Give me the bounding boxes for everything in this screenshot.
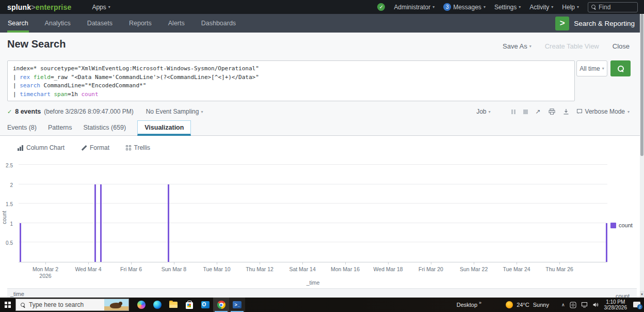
x-tick-mark — [517, 262, 517, 264]
activity-label: Activity — [529, 4, 549, 11]
caret-down-icon: ▾ — [519, 5, 521, 9]
chart-bar[interactable] — [100, 184, 102, 262]
x-tick-mark — [88, 262, 89, 264]
taskbar-store-button[interactable] — [181, 298, 197, 312]
trellis-button[interactable]: Trellis — [126, 144, 150, 151]
caret-down-icon: ▾ — [432, 5, 434, 9]
nav-item-dashboards[interactable]: Dashboards — [201, 14, 236, 33]
job-menu[interactable]: Job▾ — [476, 108, 490, 115]
result-detail: (before 3/28/26 8:09:47.000 PM) — [44, 108, 133, 115]
activity-menu[interactable]: Activity▾ — [529, 4, 553, 11]
search-query-input[interactable]: index=* sourcetype="XmlWinEventLog:Micro… — [7, 60, 575, 101]
splunk-logo[interactable]: splunk>enterprise — [7, 3, 71, 11]
nav-item-reports[interactable]: Reports — [128, 14, 152, 33]
tab-statistics[interactable]: Statistics (659) — [84, 124, 126, 136]
vertical-scrollbar[interactable]: ▼ — [640, 14, 644, 298]
chart-legend[interactable]: count — [610, 222, 633, 228]
print-button[interactable] — [549, 108, 555, 115]
y-tick-label: 1 — [10, 221, 13, 227]
export-button[interactable] — [563, 108, 569, 115]
taskbar-edge-button[interactable] — [149, 298, 165, 312]
table-header-time[interactable]: _time — [10, 291, 24, 297]
save-as-button[interactable]: Save As▾ — [503, 42, 532, 50]
chart-type-button[interactable]: Column Chart — [18, 144, 65, 151]
health-check-icon[interactable]: ✓ — [377, 3, 385, 11]
column-chart-icon — [18, 145, 23, 151]
caret-down-icon: ▾ — [201, 110, 203, 114]
action-center-button[interactable]: 2 — [632, 301, 641, 309]
legend-label: count — [619, 222, 633, 228]
search-submit-button[interactable] — [610, 60, 631, 76]
desktop-toolbar[interactable]: Desktop» — [457, 302, 481, 308]
result-count: 8 events — [15, 108, 41, 115]
app-navbar: Search Analytics Datasets Reports Alerts… — [0, 14, 644, 33]
table-header-count[interactable]: count — [616, 293, 630, 298]
logo-product: enterprise — [36, 3, 72, 11]
start-button[interactable] — [0, 298, 15, 312]
weather-widget[interactable]: 24°CSunny — [506, 301, 549, 308]
chart-bar[interactable] — [606, 223, 607, 262]
help-menu[interactable]: Help▾ — [562, 4, 579, 11]
y-tick-label: 1.5 — [6, 201, 13, 207]
taskbar-search-input[interactable]: Type here to search — [15, 299, 129, 311]
x-tick-label: Sun Mar 22 — [460, 266, 488, 272]
apps-menu[interactable]: Apps▾ — [92, 4, 110, 11]
system-tray: ∧ — [561, 302, 599, 308]
find-input[interactable]: Find — [588, 2, 638, 12]
x-tick-sublabel: 2026 — [39, 273, 51, 279]
settings-menu[interactable]: Settings▾ — [494, 4, 521, 11]
event-sampling-menu[interactable]: No Event Sampling▾ — [146, 108, 203, 115]
legend-swatch — [610, 223, 616, 228]
verbose-mode-icon — [577, 109, 583, 114]
overflow-chevrons-icon: » — [479, 300, 481, 305]
stop-job-button[interactable] — [523, 110, 528, 114]
chart-type-label: Column Chart — [26, 144, 65, 151]
create-table-view-button[interactable]: Create Table View — [545, 42, 599, 50]
taskbar-clock[interactable]: 1:10 PM 3/28/2026 — [604, 299, 627, 311]
app-name[interactable]: Search & Reporting — [574, 20, 635, 27]
search-highlight-image[interactable] — [104, 299, 128, 311]
administrator-label: Administrator — [394, 4, 430, 11]
x-tick-mark — [217, 262, 217, 264]
taskbar-chrome-button[interactable] — [213, 298, 229, 312]
taskbar-copilot-button[interactable] — [133, 298, 149, 312]
pause-job-button[interactable] — [511, 110, 516, 114]
search-icon — [618, 66, 624, 72]
tab-events[interactable]: Events (8) — [7, 124, 37, 136]
tab-patterns[interactable]: Patterns — [48, 124, 72, 136]
splunk-topbar: splunk>enterprise Apps▾ ✓ Administrator▾… — [0, 0, 644, 14]
close-button[interactable]: Close — [613, 42, 630, 50]
taskbar-outlook-button[interactable] — [197, 298, 213, 312]
time-range-picker[interactable]: All time▾ — [576, 60, 607, 76]
y-tick-label: 2 — [10, 182, 13, 188]
tray-volume-icon[interactable] — [592, 302, 599, 308]
scrollbar-down-button[interactable]: ▼ — [640, 291, 644, 298]
chart-bar[interactable] — [168, 184, 169, 262]
chart-bar[interactable] — [94, 184, 96, 262]
format-button[interactable]: Format — [81, 144, 109, 151]
caret-down-icon: ▾ — [484, 5, 486, 9]
x-axis-labels: Mon Mar 22026Wed Mar 4Fri Mar 6Sun Mar 8… — [19, 262, 607, 281]
caret-down-icon: ▾ — [627, 110, 630, 114]
search-mode-menu[interactable]: Verbose Mode▾ — [577, 108, 630, 115]
taskbar-file-explorer-button[interactable] — [165, 298, 181, 312]
administrator-menu[interactable]: Administrator▾ — [394, 4, 434, 11]
scrollbar-thumb[interactable] — [640, 14, 643, 156]
nav-item-datasets[interactable]: Datasets — [87, 14, 113, 33]
nav-item-alerts[interactable]: Alerts — [168, 14, 185, 33]
tray-network-icon[interactable] — [581, 302, 588, 308]
tab-visualization[interactable]: Visualization — [137, 120, 191, 136]
weather-condition: Sunny — [533, 302, 549, 308]
x-tick-label: Wed Mar 18 — [374, 266, 403, 272]
nav-item-search[interactable]: Search — [7, 14, 29, 33]
chart-bar[interactable] — [20, 223, 21, 262]
app-logo-icon[interactable]: > — [555, 17, 569, 30]
share-job-button[interactable]: ↗ — [536, 108, 541, 115]
tray-device-icon[interactable] — [570, 302, 576, 308]
messages-menu[interactable]: 3Messages▾ — [443, 3, 486, 11]
tray-chevron-up-icon[interactable]: ∧ — [561, 302, 565, 307]
nav-item-analytics[interactable]: Analytics — [44, 14, 71, 33]
taskbar-powershell-button[interactable]: >_ — [229, 298, 245, 312]
plot-area — [19, 165, 607, 262]
screen: splunk>enterprise Apps▾ ✓ Administrator▾… — [0, 0, 644, 312]
